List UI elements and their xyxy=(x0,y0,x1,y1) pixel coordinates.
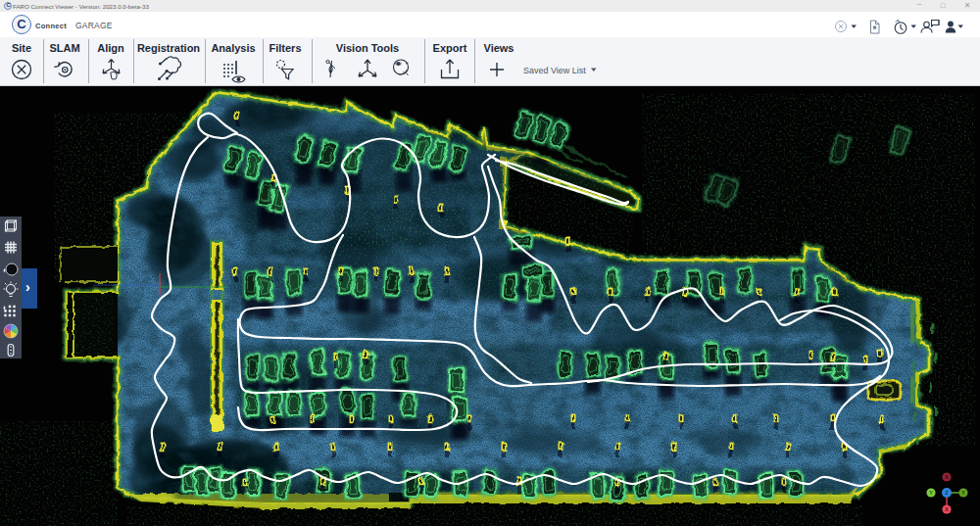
svg-text:X: X xyxy=(945,506,949,512)
svg-text:X: X xyxy=(945,474,949,480)
svg-text:Y: Y xyxy=(961,490,965,496)
svg-text:Saved View List: Saved View List xyxy=(523,66,586,75)
svg-text:Y: Y xyxy=(929,490,933,496)
